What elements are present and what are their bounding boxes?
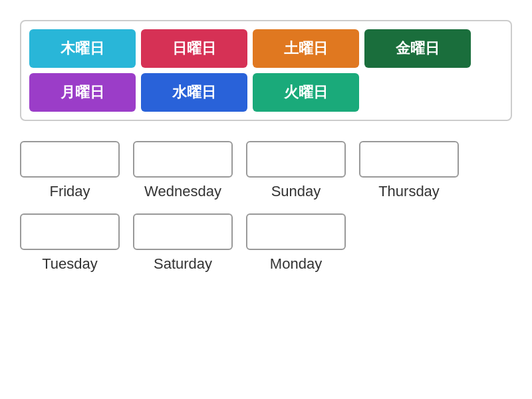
- target-label-target-tue: Tuesday: [42, 255, 98, 273]
- source-tile-fri[interactable]: 金曜日: [364, 29, 471, 68]
- source-tile-tue[interactable]: 火曜日: [253, 73, 359, 112]
- drop-box-target-mon[interactable]: [246, 213, 346, 250]
- drop-box-target-sun[interactable]: [246, 141, 346, 178]
- drop-box-target-thu[interactable]: [359, 141, 459, 178]
- source-tile-wed[interactable]: 水曜日: [141, 73, 247, 112]
- target-row-1: FridayWednesdaySundayThursday: [20, 141, 512, 200]
- target-label-target-wed: Wednesday: [144, 183, 221, 200]
- target-label-target-sun: Sunday: [271, 183, 321, 200]
- source-tile-sat[interactable]: 土曜日: [253, 29, 359, 68]
- drop-box-target-fri[interactable]: [20, 141, 120, 178]
- target-label-target-fri: Friday: [49, 183, 90, 200]
- target-item-target-sun: Sunday: [246, 141, 346, 200]
- target-item-target-tue: Tuesday: [20, 213, 120, 273]
- target-item-target-wed: Wednesday: [133, 141, 233, 200]
- target-item-target-sat: Saturday: [133, 213, 233, 273]
- target-item-target-fri: Friday: [20, 141, 120, 200]
- target-label-target-mon: Monday: [270, 255, 322, 273]
- target-item-target-mon: Monday: [246, 213, 346, 273]
- target-item-target-thu: Thursday: [359, 141, 459, 200]
- target-label-target-thu: Thursday: [378, 183, 440, 200]
- drop-box-target-wed[interactable]: [133, 141, 233, 178]
- source-tiles-container: 木曜日日曜日土曜日金曜日月曜日水曜日火曜日: [20, 20, 512, 121]
- source-tile-mon[interactable]: 月曜日: [29, 73, 136, 112]
- source-tile-sun[interactable]: 日曜日: [141, 29, 247, 68]
- target-label-target-sat: Saturday: [154, 255, 212, 273]
- source-tile-thu[interactable]: 木曜日: [29, 29, 136, 68]
- drop-box-target-sat[interactable]: [133, 213, 233, 250]
- target-row-2: TuesdaySaturdayMonday: [20, 213, 512, 273]
- drop-box-target-tue[interactable]: [20, 213, 120, 250]
